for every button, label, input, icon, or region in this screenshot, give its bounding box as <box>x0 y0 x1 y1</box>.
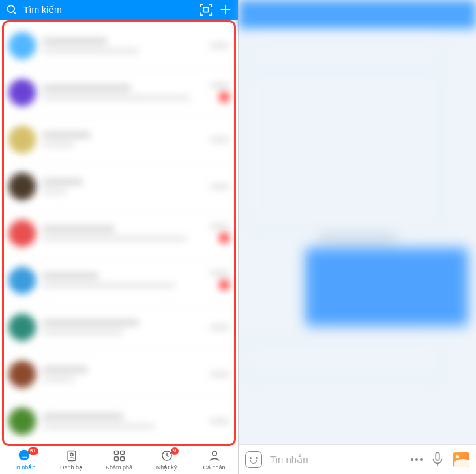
tab-discover[interactable]: Khám phá <box>95 447 143 475</box>
voice-icon[interactable] <box>430 451 445 468</box>
tab-label: Nhật ký <box>156 464 177 471</box>
svg-rect-2 <box>203 7 208 12</box>
tab-label: Tin nhắn <box>12 464 36 471</box>
messages-badge: 5+ <box>28 447 38 455</box>
message-input[interactable]: Tin nhắn <box>270 454 403 466</box>
left-header: Tìm kiếm <box>0 0 238 20</box>
discover-icon <box>113 449 126 464</box>
chat-detail-pane: Tin nhắn <box>239 0 476 474</box>
tab-diary[interactable]: N Nhật ký <box>143 447 190 475</box>
svg-rect-14 <box>436 452 439 460</box>
tab-label: Khám phá <box>106 464 132 471</box>
svg-point-7 <box>70 454 72 456</box>
more-icon[interactable] <box>411 458 423 461</box>
profile-icon <box>208 449 221 464</box>
tab-label: Cá nhân <box>203 464 225 471</box>
tab-label: Danh bạ <box>60 464 83 471</box>
svg-point-0 <box>7 5 14 12</box>
diary-badge: N <box>171 447 179 455</box>
search-input[interactable]: Tìm kiếm <box>23 5 194 15</box>
chat-body-blurred <box>239 29 476 444</box>
conversation-list-region <box>0 20 238 447</box>
chat-list-pane: Tìm kiếm <box>0 0 239 474</box>
image-icon[interactable] <box>453 452 469 467</box>
tab-me[interactable]: Cá nhân <box>190 447 238 475</box>
svg-rect-8 <box>114 451 118 455</box>
qr-scan-icon[interactable] <box>199 3 213 17</box>
svg-point-13 <box>212 452 216 456</box>
add-icon[interactable] <box>218 3 233 17</box>
tab-contacts[interactable]: Danh bạ <box>48 447 95 475</box>
message-input-bar: Tin nhắn <box>239 444 476 474</box>
svg-rect-10 <box>114 457 118 461</box>
chat-header-blurred <box>239 0 476 29</box>
svg-rect-9 <box>120 451 124 455</box>
conversation-list-blurred <box>2 22 236 445</box>
tab-messages[interactable]: ⋯ 5+ Tin nhắn <box>0 447 48 475</box>
svg-line-1 <box>14 11 16 14</box>
svg-rect-11 <box>120 457 124 461</box>
bottom-nav: ⋯ 5+ Tin nhắn Danh bạ <box>0 447 238 475</box>
contacts-icon <box>65 449 78 464</box>
sticker-icon[interactable] <box>245 451 262 468</box>
search-icon[interactable] <box>5 3 18 16</box>
